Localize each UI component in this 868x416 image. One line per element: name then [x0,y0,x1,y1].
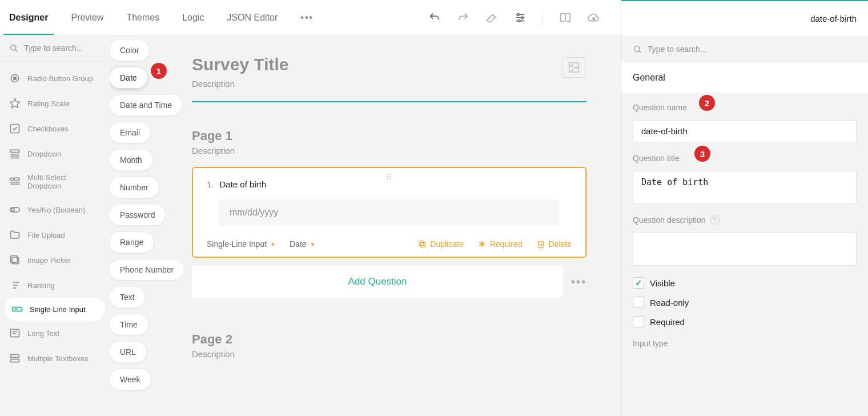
tab-json-editor[interactable]: JSON Editor [227,1,278,34]
logo-placeholder-icon[interactable] [562,57,585,78]
required-label: Required [650,317,685,327]
book-icon[interactable] [559,11,572,24]
question-number: 1. [207,179,214,189]
input-type-time[interactable]: Time [110,314,148,335]
toolbox-item-label: Radio Button Group [27,74,93,83]
properties-search-input[interactable] [648,45,857,54]
delete-button[interactable]: Delete [536,239,572,249]
input-type-date[interactable]: Date [110,67,147,88]
page-title[interactable]: Page 2 [192,332,586,347]
svg-point-21 [11,209,14,211]
question-title[interactable]: Date of birth [220,179,267,189]
props-section-general[interactable]: General [621,62,868,94]
qname-label: Question name [633,103,857,112]
help-icon[interactable]: ? [710,215,720,225]
add-question-more[interactable]: ••• [571,275,586,289]
qname-input[interactable] [633,120,857,142]
input-type-email[interactable]: Email [110,122,150,143]
toolbox-item-radio[interactable]: Radio Button Group [0,66,110,91]
question-date-input[interactable] [219,199,559,226]
visible-checkbox[interactable]: ✓ [633,277,644,289]
properties-panel: date-of-birth General Question name 2 Qu… [621,0,868,416]
toolbox-item-image[interactable]: Image Picker [0,247,110,273]
tab-themes[interactable]: Themes [126,1,159,34]
toolbox-item-checkboxes[interactable]: Checkboxes [0,116,110,141]
toolbox-item-singleline[interactable]: Single-Line Input [5,298,105,321]
folder-icon [9,229,21,241]
input-type-url[interactable]: URL [110,342,146,362]
survey-description[interactable]: Description [192,79,586,89]
ranking-icon [9,279,21,291]
chevron-down-icon: ▼ [310,241,316,247]
svg-rect-17 [14,178,19,180]
input-type-password[interactable]: Password [110,205,165,225]
toolbox-search-input[interactable] [24,43,101,53]
toolbox-item-dropdown[interactable]: Dropdown [0,141,110,166]
svg-rect-39 [421,242,425,247]
search-icon [633,45,642,54]
input-type-month[interactable]: Month [110,150,152,170]
tab-logic[interactable]: Logic [182,1,204,34]
qdesc-label: Question description [633,215,706,225]
undo-icon[interactable] [428,11,441,24]
survey-title[interactable]: Survey Title [192,55,586,74]
input-type-week[interactable]: Week [110,369,151,390]
required-button[interactable]: Required [477,239,523,249]
svg-point-5 [518,19,520,22]
readonly-checkbox[interactable] [633,297,644,308]
page-title[interactable]: Page 1 [192,129,586,143]
toolbox-item-multitext[interactable]: Multiple Textboxes [0,346,110,371]
svg-marker-10 [10,99,20,108]
toolbox-item-file[interactable]: File Upload [0,222,110,247]
input-type-number[interactable]: Number [110,177,159,198]
annotation-badge-1: 1 [151,63,167,79]
qdesc-input[interactable] [633,233,857,266]
tab-more[interactable]: ••• [300,1,314,34]
page-description[interactable]: Description [192,146,586,155]
chevron-down-icon: ▼ [270,241,276,247]
star-icon [9,98,21,109]
qtitle-input[interactable] [633,171,857,204]
erase-icon[interactable] [485,11,498,24]
svg-line-45 [639,51,641,53]
page2-header[interactable]: Page 2 Description [192,332,586,359]
page1-header[interactable]: Page 1 Description [192,129,586,155]
annotation-badge-2: 2 [699,95,715,111]
input-type-dropdown: Color Date Date and Time Email Month Num… [110,40,184,390]
cloud-upload-icon[interactable] [588,11,600,24]
toolbox-item-boolean[interactable]: Yes/No (Boolean) [0,197,110,222]
toolbox-item-ranking[interactable]: Ranking [0,273,110,298]
duplicate-button[interactable]: Duplicate [417,239,463,249]
input-type-phone[interactable]: Phone Number [110,259,184,280]
question-card[interactable]: ⠿ 1. Date of birth Single-Line Input ▼ [192,167,586,258]
tab-preview[interactable]: Preview [71,1,103,34]
toolbox-item-label: Checkboxes [27,125,69,133]
input-type-color[interactable]: Color [110,40,149,61]
annotation-badge-3: 3 [694,146,710,162]
longtext-icon [9,327,21,339]
settings-icon[interactable] [514,11,527,24]
svg-point-9 [14,77,17,80]
toolbox-item-multiselect[interactable]: Multi-Select Dropdown [0,166,110,197]
svg-rect-11 [11,125,19,133]
input-type-range[interactable]: Range [110,232,154,253]
toolbox-item-label: Multiple Textboxes [27,354,89,363]
toolbox-item-longtext[interactable]: Long Text [0,321,110,346]
question-type-select[interactable]: Single-Line Input ▼ [207,239,276,249]
input-type-text[interactable]: Text [110,287,145,307]
input-type-datetime[interactable]: Date and Time [110,95,182,115]
page-description[interactable]: Description [192,349,586,359]
multitext-icon [9,353,21,364]
tab-designer[interactable]: Designer [9,1,48,34]
svg-rect-40 [419,241,424,246]
question-subtype-select[interactable]: Date ▼ [290,239,315,249]
redo-icon[interactable] [457,11,469,24]
survey-header[interactable]: Survey Title Description [192,47,586,106]
required-checkbox[interactable] [633,316,644,327]
toolbox-item-label: Image Picker [27,256,71,265]
drag-handle-icon[interactable]: ⠿ [386,173,393,182]
add-question-button[interactable]: Add Question [192,266,563,298]
svg-rect-35 [11,354,19,357]
toolbox-item-label: Long Text [27,329,59,338]
toolbox-item-rating[interactable]: Rating Scale [0,91,110,116]
